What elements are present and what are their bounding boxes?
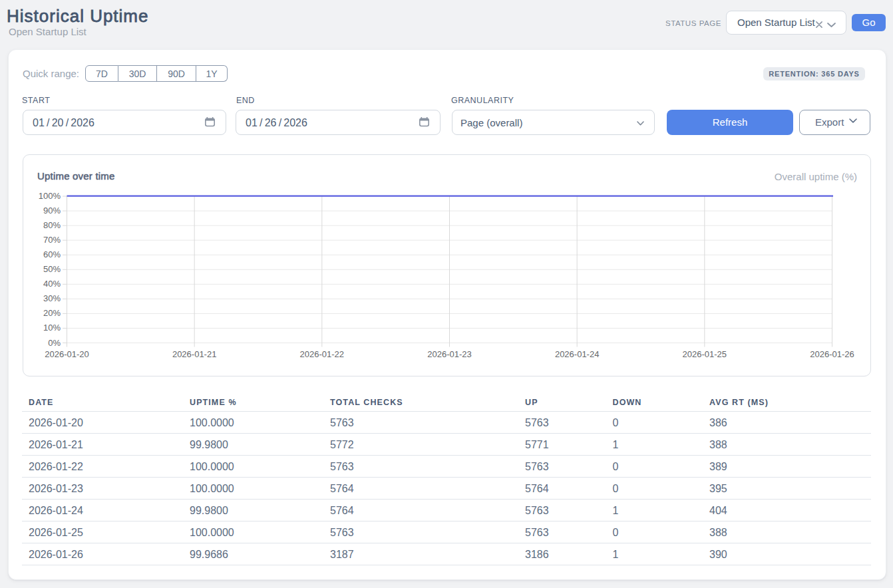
- svg-text:0%: 0%: [48, 338, 61, 348]
- svg-text:50%: 50%: [43, 264, 61, 274]
- svg-text:80%: 80%: [43, 220, 61, 230]
- svg-text:2026-01-24: 2026-01-24: [555, 349, 600, 359]
- svg-text:100%: 100%: [39, 191, 61, 201]
- svg-text:90%: 90%: [43, 206, 61, 216]
- svg-text:2026-01-21: 2026-01-21: [172, 349, 217, 359]
- svg-text:60%: 60%: [43, 249, 61, 259]
- svg-text:2026-01-23: 2026-01-23: [427, 349, 472, 359]
- svg-text:40%: 40%: [43, 279, 61, 289]
- svg-text:20%: 20%: [43, 308, 61, 318]
- svg-text:2026-01-22: 2026-01-22: [300, 349, 345, 359]
- svg-text:70%: 70%: [43, 235, 61, 245]
- svg-text:10%: 10%: [43, 323, 61, 333]
- svg-text:2026-01-26: 2026-01-26: [810, 349, 854, 359]
- svg-text:2026-01-25: 2026-01-25: [683, 349, 727, 359]
- svg-text:2026-01-20: 2026-01-20: [45, 349, 89, 359]
- svg-text:30%: 30%: [43, 293, 61, 303]
